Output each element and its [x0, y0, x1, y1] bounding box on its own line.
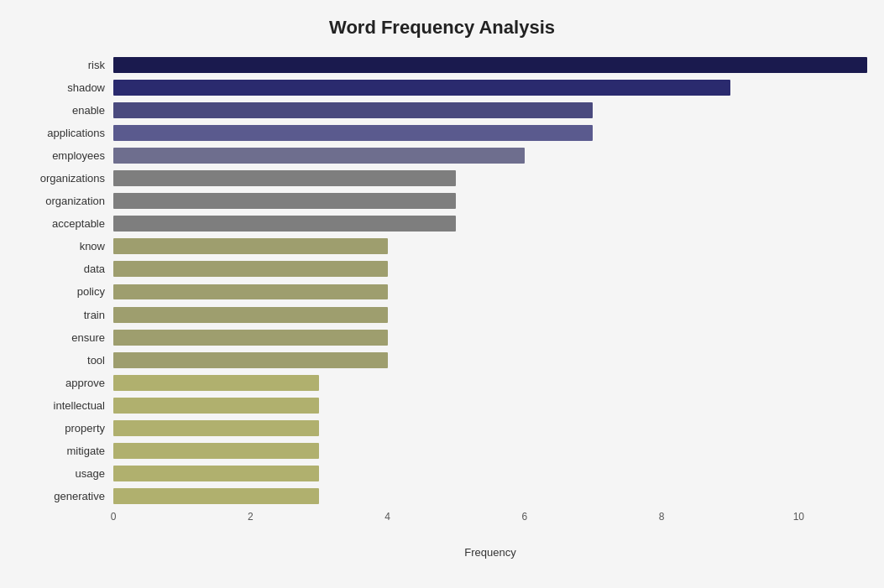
x-tick: 4 — [384, 511, 390, 523]
bar-fill — [113, 375, 319, 391]
bar-fill — [113, 398, 319, 414]
bar-track — [113, 80, 867, 96]
bar-label: organization — [17, 195, 113, 207]
bar-label: acceptable — [17, 217, 113, 230]
bar-fill — [113, 284, 388, 300]
bar-track — [113, 102, 867, 118]
bar-row: organization — [17, 190, 867, 212]
bar-label: enable — [17, 104, 113, 117]
bar-row: property — [17, 417, 867, 440]
bar-label: shadow — [17, 81, 113, 94]
bar-row: generative — [17, 485, 867, 507]
bar-row: applications — [17, 122, 867, 144]
bar-track — [113, 125, 867, 141]
bar-track — [113, 420, 867, 436]
bar-label: ensure — [17, 331, 113, 344]
bar-label: applications — [17, 127, 113, 139]
bar-label: policy — [17, 285, 113, 298]
bar-row: tool — [17, 349, 867, 372]
bar-track — [113, 352, 867, 368]
bar-fill — [113, 193, 456, 209]
bar-label: tool — [17, 354, 113, 367]
bar-fill — [113, 307, 388, 323]
bar-fill — [113, 443, 319, 459]
bar-label: organizations — [17, 172, 113, 185]
bar-track — [113, 193, 867, 209]
bar-row: mitigate — [17, 440, 867, 462]
bar-track — [113, 238, 867, 254]
bar-fill — [113, 420, 319, 436]
bar-track — [113, 375, 867, 391]
x-tick: 10 — [793, 511, 804, 523]
bar-label: risk — [17, 59, 113, 71]
bar-fill — [113, 261, 388, 277]
bar-track — [113, 307, 867, 323]
bar-track — [113, 57, 867, 73]
bar-fill — [113, 238, 388, 254]
bar-track — [113, 488, 867, 504]
bar-fill — [113, 466, 319, 481]
bar-label: usage — [17, 467, 113, 480]
bar-row: enable — [17, 99, 867, 122]
bar-label: know — [17, 240, 113, 252]
x-axis: 0246810 — [113, 511, 867, 544]
bar-row: organizations — [17, 167, 867, 190]
bar-row: intellectual — [17, 394, 867, 417]
x-tick: 8 — [659, 511, 665, 523]
bar-fill — [113, 330, 388, 346]
bar-row: train — [17, 304, 867, 326]
bar-fill — [113, 102, 593, 118]
bar-fill — [113, 488, 319, 504]
bar-track — [113, 398, 867, 414]
x-axis-label: Frequency — [464, 546, 515, 559]
bar-row: ensure — [17, 326, 867, 349]
chart-area: riskshadowenableapplicationsemployeesorg… — [17, 54, 867, 507]
bar-track — [113, 466, 867, 481]
bar-track — [113, 170, 867, 186]
bar-label: train — [17, 309, 113, 321]
bar-label: property — [17, 422, 113, 434]
bar-row: shadow — [17, 76, 867, 99]
bar-row: usage — [17, 462, 867, 485]
bar-label: employees — [17, 149, 113, 162]
bar-row: approve — [17, 372, 867, 394]
chart-title: Word Frequency Analysis — [17, 17, 867, 39]
bar-fill — [113, 352, 388, 368]
bar-row: data — [17, 258, 867, 280]
bar-fill — [113, 170, 456, 186]
bar-row: acceptable — [17, 212, 867, 235]
bar-label: approve — [17, 377, 113, 389]
bar-label: generative — [17, 490, 113, 502]
bar-fill — [113, 148, 525, 164]
bar-track — [113, 284, 867, 300]
bar-label: mitigate — [17, 445, 113, 457]
bar-label: data — [17, 263, 113, 275]
bar-track — [113, 216, 867, 232]
bar-row: know — [17, 235, 867, 258]
x-tick: 2 — [248, 511, 254, 523]
bar-track — [113, 261, 867, 277]
bar-row: employees — [17, 144, 867, 167]
bar-track — [113, 148, 867, 164]
bar-track — [113, 330, 867, 346]
bar-row: risk — [17, 54, 867, 76]
x-axis-area: 0246810 — [17, 511, 867, 544]
bar-row: policy — [17, 280, 867, 303]
x-tick: 6 — [521, 511, 527, 523]
bar-fill — [113, 57, 867, 73]
bar-fill — [113, 80, 730, 96]
x-tick: 0 — [111, 511, 117, 523]
bar-fill — [113, 216, 456, 232]
bar-track — [113, 443, 867, 459]
bar-label: intellectual — [17, 399, 113, 412]
bar-fill — [113, 125, 593, 141]
chart-container: Word Frequency Analysis riskshadowenable… — [0, 0, 884, 588]
